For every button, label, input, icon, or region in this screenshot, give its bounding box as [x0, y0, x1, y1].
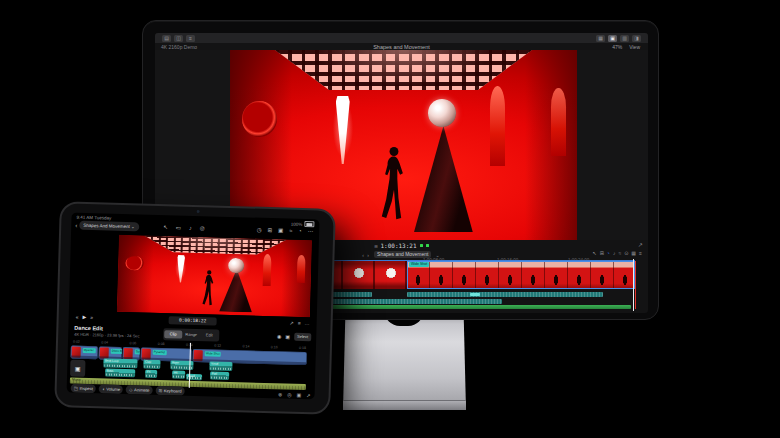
delete-icon[interactable]: ⊗: [278, 391, 282, 397]
clip-name-chip: Spin: [134, 349, 140, 354]
tool-index-icon[interactable]: ≡: [639, 250, 642, 256]
wall-arch: [551, 88, 566, 156]
overlay-icon[interactable]: ≡: [298, 320, 301, 326]
browser-icon[interactable]: ▣: [285, 334, 290, 340]
breadcrumb-caret-icon[interactable]: ⌄: [435, 252, 440, 258]
waveform: [144, 366, 159, 368]
tool-snapping-icon[interactable]: ⊙: [624, 250, 628, 256]
ruler-tick: 0:18: [299, 346, 306, 350]
view-options-eye-icon[interactable]: ◉: [277, 333, 282, 339]
mode-edit[interactable]: Edit: [200, 331, 218, 339]
front-camera: [196, 210, 199, 213]
ruler-tick: 0:06: [129, 341, 136, 345]
waveform: [173, 375, 184, 377]
tool-select-icon[interactable]: ↖: [592, 250, 596, 256]
play-icon[interactable]: ▶: [82, 314, 86, 320]
clip-end-marker: [635, 261, 636, 309]
timecode-icon: ⊞: [374, 243, 377, 249]
audio-clip[interactable]: [407, 292, 603, 297]
waveform: [104, 364, 136, 367]
connected-audio-clip[interactable]: Beat Loop: [103, 358, 137, 368]
mirror-ball: [428, 99, 456, 127]
effects-icon[interactable]: ≈: [289, 228, 292, 234]
tool-skimming-icon[interactable]: ◔: [607, 250, 610, 256]
edit-mode-segmented-control[interactable]: Clip Range Edit: [163, 328, 219, 342]
audio-only-clip-tile[interactable]: ▣: [70, 360, 85, 377]
volume-button[interactable]: ◖ Volume: [99, 384, 123, 394]
connected-audio-clip[interactable]: Pad: [210, 371, 229, 380]
wall-arch: [490, 86, 505, 166]
sidebar-toggle-icon[interactable]: ▤: [162, 35, 171, 42]
inspect-icon: ◳: [74, 386, 78, 391]
duplicate-icon[interactable]: ▣: [297, 391, 302, 397]
keyboard-button[interactable]: ⊞ Keyboard: [155, 386, 184, 396]
black-pyramid: [219, 268, 253, 312]
waveform: [211, 376, 228, 378]
inspector-layout-icon[interactable]: ▥: [620, 35, 629, 42]
camera-icon[interactable]: ◎: [200, 225, 205, 231]
render-indicator: [420, 244, 423, 247]
record-icon[interactable]: ◎: [287, 391, 292, 397]
mode-range[interactable]: Range: [182, 331, 200, 339]
battery-percent: 100%: [291, 221, 303, 226]
connected-audio-clip[interactable]: Bass: [105, 369, 135, 378]
clip-name-chip: Opener: [82, 347, 95, 352]
connected-audio-clip[interactable]: Vocal: [209, 361, 232, 371]
timeline-clip[interactable]: Opener: [71, 346, 98, 360]
crop-tool-icon[interactable]: ▭: [176, 224, 181, 230]
jog-wheel-icon[interactable]: ◷: [257, 227, 262, 233]
clip-name-chip: Pyramid: [152, 349, 166, 354]
ipad-video-viewer[interactable]: [117, 235, 312, 317]
timeline-expand-icon[interactable]: ↗: [638, 241, 643, 248]
connected-audio-clip[interactable]: Hit: [172, 370, 185, 378]
animate-icon: ◇: [129, 387, 133, 392]
wall-arch: [262, 254, 271, 287]
current-timecode: 1:00:13:21: [380, 242, 416, 249]
black-pyramid: [414, 126, 473, 232]
mirror-ball: [228, 258, 244, 274]
more-options-icon[interactable]: …: [305, 320, 310, 326]
connected-audio-clip[interactable]: FX: [145, 370, 157, 378]
red-room-video-frame: [117, 235, 312, 317]
connected-audio-clip[interactable]: Clap: [143, 360, 160, 369]
mode-clip[interactable]: Clip: [164, 330, 182, 338]
media-browser-icon[interactable]: ▣: [278, 227, 283, 233]
final-cut-ipad-app: 9:41 AM Tuesday 100% ‹ Shapes And Moveme…: [67, 213, 320, 400]
tool-solo-icon[interactable]: ≈: [618, 250, 621, 256]
select-tool-icon[interactable]: ↖: [163, 224, 168, 230]
ruler-tick: 0:02: [73, 340, 80, 344]
voiceover-icon[interactable]: ♪: [189, 225, 192, 231]
tool-appearance-icon[interactable]: ▦: [631, 250, 636, 256]
more-icon[interactable]: ⋯: [308, 228, 314, 234]
share-layout-icon[interactable]: ◨: [632, 35, 641, 42]
select-button[interactable]: Select: [294, 333, 311, 341]
tool-audio-skim-icon[interactable]: ♪: [613, 250, 616, 256]
back-control[interactable]: ‹ Shapes And Movement ⌄: [75, 221, 139, 232]
browser-layout-icon[interactable]: ▦: [596, 35, 605, 42]
color-icon[interactable]: ◔: [298, 228, 301, 234]
animate-button[interactable]: ◇ Animate: [126, 385, 153, 395]
timeline-breadcrumb[interactable]: Shapes and Movement: [374, 251, 431, 258]
fullscreen-icon[interactable]: ↗: [289, 320, 293, 326]
add-media-icon[interactable]: ⊞: [267, 227, 272, 233]
desk-scene: ▤ ◫ ≡ ▦ ▣ ▥ ◨ 4K 2160p Demo Shapes and M…: [0, 0, 780, 438]
waveform: [146, 375, 156, 377]
ruler-tick: 0:16: [271, 345, 278, 349]
titles-generators-icon[interactable]: ≡: [186, 35, 195, 42]
waveform: [210, 367, 231, 370]
tool-edit-icon[interactable]: ⊞: [600, 250, 604, 256]
skip-forward-icon[interactable]: »: [90, 314, 93, 320]
timeline-layout-icon[interactable]: ▣: [608, 35, 617, 42]
project-title-pill[interactable]: Shapes And Movement ⌄: [79, 221, 139, 232]
photos-audio-icon[interactable]: ◫: [174, 35, 183, 42]
skip-back-icon[interactable]: «: [76, 314, 79, 320]
timeline-history-arrows[interactable]: ‹ ›: [362, 252, 370, 258]
waveform: [106, 374, 134, 377]
playhead[interactable]: [633, 259, 634, 311]
volume-icon: ◖: [102, 386, 105, 391]
ruler-tick: 0:12: [214, 344, 221, 348]
clip-wide-shot-selected[interactable]: Wide Shot: [407, 261, 635, 289]
inspect-button[interactable]: ◳ Inspect: [71, 384, 97, 394]
app-toolbar: ‹ Shapes And Movement ⌄ ↖ ▭ ♪ ◎ ◷ ⊞ ▣ ≈: [71, 221, 319, 239]
export-icon[interactable]: ↗: [306, 392, 310, 398]
